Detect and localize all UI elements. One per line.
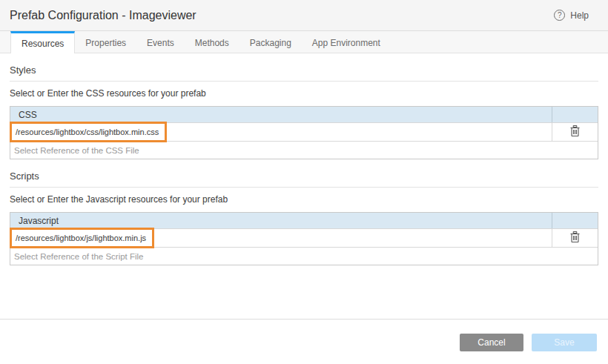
cancel-button[interactable]: Cancel xyxy=(460,334,523,351)
styles-section-title: Styles xyxy=(10,64,598,82)
css-resources-table: CSS /resources/lightbox/css/lightbox.min… xyxy=(10,106,598,159)
tab-resources[interactable]: Resources xyxy=(10,31,75,53)
css-table-header-row: CSS xyxy=(10,107,598,122)
css-reference-row: Select Reference of the CSS File xyxy=(10,141,598,159)
scripts-section-description: Select or Enter the Javascript resources… xyxy=(10,194,598,205)
tab-methods[interactable]: Methods xyxy=(185,31,239,53)
delete-script-resource-button[interactable] xyxy=(568,231,583,245)
tab-packaging[interactable]: Packaging xyxy=(239,31,302,53)
tab-bar: Resources Properties Events Methods Pack… xyxy=(0,31,608,53)
script-resources-table: Javascript /resources/lightbox/js/lightb… xyxy=(10,212,598,265)
css-column-header: CSS xyxy=(10,107,552,122)
css-resource-value[interactable]: /resources/lightbox/css/lightbox.min.css xyxy=(10,122,167,142)
tab-events[interactable]: Events xyxy=(136,31,185,53)
javascript-column-header: Javascript xyxy=(10,213,552,228)
script-reference-row: Select Reference of the Script File xyxy=(10,247,598,265)
trash-icon xyxy=(569,231,581,245)
dialog-footer: Cancel Save xyxy=(0,319,608,364)
script-resource-value[interactable]: /resources/lightbox/js/lightbox.min.js xyxy=(10,228,154,248)
css-reference-input[interactable]: Select Reference of the CSS File xyxy=(10,142,598,159)
script-actions-column-header xyxy=(552,213,598,228)
script-table-header-row: Javascript xyxy=(10,213,598,228)
delete-css-resource-button[interactable] xyxy=(568,125,583,139)
help-circle-icon: ? xyxy=(554,10,565,21)
tab-properties[interactable]: Properties xyxy=(75,31,136,53)
script-reference-input[interactable]: Select Reference of the Script File xyxy=(10,248,598,265)
save-button[interactable]: Save xyxy=(532,334,597,351)
page-title: Prefab Configuration - Imageviewer xyxy=(10,9,196,22)
css-resource-row: /resources/lightbox/css/lightbox.min.css xyxy=(10,122,598,141)
styles-section-description: Select or Enter the CSS resources for yo… xyxy=(10,88,598,99)
dialog-header: Prefab Configuration - Imageviewer ? Hel… xyxy=(0,0,608,31)
trash-icon xyxy=(569,125,581,139)
help-label: Help xyxy=(570,10,589,21)
tab-app-environment[interactable]: App Environment xyxy=(302,31,391,53)
help-button[interactable]: ? Help xyxy=(554,10,589,21)
css-actions-column-header xyxy=(552,107,598,122)
resources-panel: Styles Select or Enter the CSS resources… xyxy=(0,64,608,265)
scripts-section-title: Scripts xyxy=(10,171,598,188)
script-resource-row: /resources/lightbox/js/lightbox.min.js xyxy=(10,228,598,247)
